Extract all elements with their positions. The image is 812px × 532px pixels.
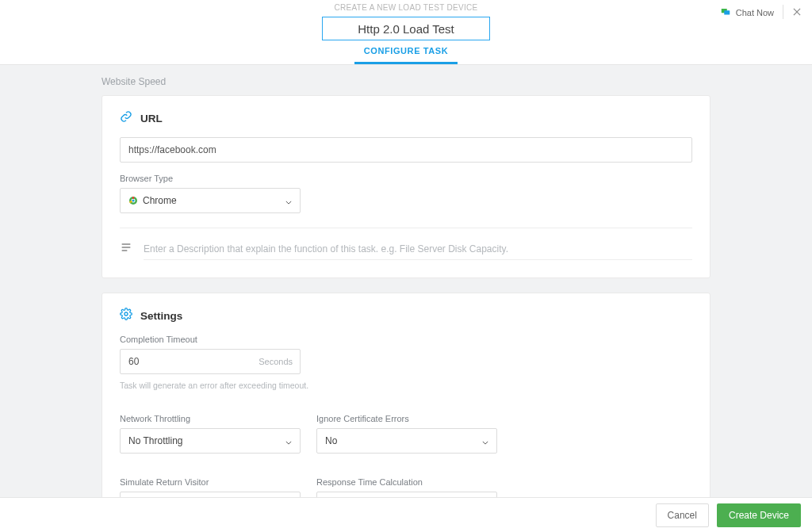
completion-timeout-label: Completion Timeout xyxy=(120,335,692,344)
completion-timeout-wrap: Seconds xyxy=(120,349,301,374)
chat-now-label: Chat Now xyxy=(736,8,774,17)
url-card: URL Browser Type Chrome xyxy=(102,95,710,278)
completion-timeout-suffix: Seconds xyxy=(259,349,293,374)
network-throttling-label: Network Throttling xyxy=(120,414,301,423)
page-label-website-speed: Website Speed xyxy=(102,65,710,95)
dialog-header: CREATE A NEW LOAD TEST DEVICE CONFIGURE … xyxy=(0,0,812,65)
svg-point-10 xyxy=(124,312,128,316)
response-time-calculation-label: Response Time Calculation xyxy=(316,477,497,487)
settings-card-title: Settings xyxy=(140,310,182,322)
create-device-button[interactable]: Create Device xyxy=(717,503,801,527)
svg-rect-1 xyxy=(724,10,730,14)
ignore-certificate-errors-value: No xyxy=(325,435,488,446)
chat-now-button[interactable]: Chat Now xyxy=(720,6,774,19)
chat-icon xyxy=(720,6,731,19)
header-subtitle: CREATE A NEW LOAD TEST DEVICE xyxy=(335,3,478,12)
caret-down-icon xyxy=(482,434,488,448)
simulate-return-visitor-select[interactable]: No xyxy=(120,492,301,497)
simulate-return-visitor-label: Simulate Return Visitor xyxy=(120,477,301,487)
device-name-input[interactable] xyxy=(322,17,490,40)
body-scroll-region[interactable]: Website Speed URL Browser Type Chrome xyxy=(0,65,812,497)
network-throttling-value: No Throttling xyxy=(128,435,292,446)
caret-down-icon xyxy=(285,434,292,448)
close-button[interactable] xyxy=(791,6,802,21)
url-card-header: URL xyxy=(120,110,692,126)
network-throttling-select[interactable]: No Throttling xyxy=(120,428,301,454)
description-icon xyxy=(120,241,132,257)
link-icon xyxy=(120,110,132,126)
tab-configure-task[interactable]: CONFIGURE TASK xyxy=(354,40,458,64)
dialog-footer: Cancel Create Device xyxy=(0,497,812,532)
settings-card-header: Settings xyxy=(120,308,692,323)
settings-card: Settings Completion Timeout Seconds Task… xyxy=(102,293,710,497)
browser-type-select[interactable]: Chrome xyxy=(120,188,301,213)
header-divider xyxy=(783,5,783,19)
browser-type-text: Chrome xyxy=(143,195,177,206)
browser-type-label: Browser Type xyxy=(120,174,692,183)
ignore-certificate-errors-label: Ignore Certificate Errors xyxy=(316,414,497,423)
cancel-button[interactable]: Cancel xyxy=(656,503,709,527)
browser-type-value: Chrome xyxy=(128,195,292,206)
chrome-icon xyxy=(128,196,138,205)
completion-timeout-hint: Task will generate an error after exceed… xyxy=(120,381,692,390)
description-input[interactable] xyxy=(144,238,692,260)
response-time-calculation-select[interactable]: Full Page Load xyxy=(316,492,497,497)
gear-icon xyxy=(120,308,132,323)
content: Website Speed URL Browser Type Chrome xyxy=(102,65,710,497)
url-card-title: URL xyxy=(140,113,163,124)
close-icon xyxy=(791,6,802,20)
ignore-certificate-errors-select[interactable]: No xyxy=(316,428,497,454)
url-input[interactable] xyxy=(120,137,692,163)
tabs: CONFIGURE TASK xyxy=(0,40,812,64)
caret-down-icon xyxy=(285,193,292,208)
divider xyxy=(120,228,692,228)
description-row xyxy=(120,238,692,260)
